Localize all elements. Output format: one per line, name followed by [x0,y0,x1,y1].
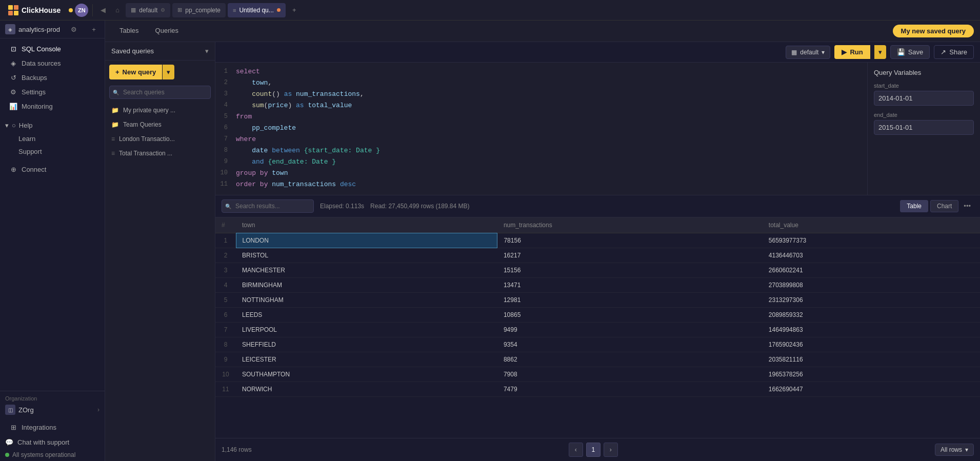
active-query-tab[interactable]: My new saved query [893,25,974,37]
table-row[interactable]: 7LIVERPOOL94991464994863 [215,323,980,337]
help-toggle[interactable]: ▾ ○ Help [5,118,99,132]
table-row[interactable]: 6LEEDS108652089859332 [215,308,980,323]
connection-indicator [69,8,73,12]
org-item[interactable]: ◫ ZOrg › [5,405,99,415]
support-label: Support [18,148,42,155]
share-btn[interactable]: ↗ Share [934,45,974,59]
list-item[interactable]: 📁 My private query ... [105,103,215,117]
table-row[interactable]: 1LONDON7815656593977373 [215,233,980,248]
end-date-input[interactable] [874,120,974,135]
saved-queries-panel: Saved queries ▾ + New query ▾ [105,42,215,461]
list-item[interactable]: ≡ Total Transaction ... [105,146,215,161]
table-row[interactable]: 11NORWICH74791662690447 [215,382,980,397]
tab-query-icon: ≡ [233,7,236,13]
sidebar-item-connect[interactable]: ⊕ Connect [4,162,101,176]
table-row[interactable]: 2BRISTOL162174136446703 [215,248,980,263]
logo-icon [8,5,18,15]
workspace-icon: ◈ [5,24,15,34]
cell-num-transactions: 9499 [497,323,763,337]
org-icon: ◫ [5,405,15,415]
prev-page-btn[interactable]: ‹ [569,443,583,457]
table-row[interactable]: 4BIRMINGHAM134712703899808 [215,278,980,293]
sidebar-item-backups[interactable]: ↺ Backups [4,70,101,85]
cell-town: MANCHESTER [236,263,497,278]
database-selector[interactable]: ▦ default ▾ [786,46,830,59]
view-table-btn[interactable]: Table [900,200,928,212]
db-icon: ▦ [791,49,797,56]
status-indicator: All systems operational [0,449,105,461]
table-view-label: Table [907,203,922,210]
search-queries-input[interactable] [109,86,211,99]
run-btn[interactable]: ▶ Run [834,45,870,59]
table-row[interactable]: 10SOUTHAMPTON79081965378256 [215,367,980,382]
sidebar-item-data-sources[interactable]: ◈ Data sources [4,56,101,70]
code-line: 5from [215,112,867,123]
workspace-add-btn[interactable]: + [88,24,99,35]
add-tab-btn[interactable]: + [288,4,301,17]
line-number: 7 [215,134,234,143]
sidebar-item-integrations[interactable]: ⊞ Integrations [4,420,101,434]
cell-total-value: 1765902436 [763,337,980,352]
line-code: from [234,112,867,122]
line-code: group by town [234,168,867,178]
tab-default[interactable]: ▦ default ⚙ [126,3,170,17]
table-row[interactable]: 3MANCHESTER151562660602241 [215,263,980,278]
saved-queries-toggle-icon[interactable]: ▾ [205,47,209,55]
search-queries-wrap [105,84,215,103]
user-avatar[interactable]: ZN [75,4,88,17]
results-table: # town num_transactions total_value 1LON… [215,217,980,397]
variables-panel: Query Variables start_date end_date [867,63,980,195]
table-row[interactable]: 9LEICESTER88622035821116 [215,352,980,367]
col-num-transactions: num_transactions [497,217,763,233]
workspace-options-btn[interactable]: ⚙ [68,24,79,35]
next-page-btn[interactable]: › [604,443,618,457]
sidebar-item-monitoring[interactable]: 📊 Monitoring [4,99,101,113]
cell-total-value: 1464994863 [763,323,980,337]
workspace-header: ◈ analytics-prod ⚙ + [0,21,105,38]
elapsed-label: Elapsed: 0.113s [320,203,364,210]
sidebar-item-support[interactable]: Support [18,145,99,158]
tab-queries[interactable]: Queries [147,23,187,39]
connect-icon: ⊕ [9,165,17,173]
rows-per-page-select[interactable]: All rows ▾ [935,444,974,456]
query-item-label: My private query ... [123,107,175,114]
start-date-input[interactable] [874,91,974,106]
cell-town: BRISTOL [236,248,497,263]
cell-row-num: 10 [215,367,236,382]
sidebar-item-learn[interactable]: Learn [18,132,99,145]
tab-untitled[interactable]: ≡ Untitled qu... [228,3,286,17]
content-area: Tables Queries My new saved query Saved … [105,21,980,461]
monitoring-label: Monitoring [22,103,53,110]
table-row[interactable]: 5NOTTINGHAM129812313297306 [215,293,980,308]
home-btn[interactable]: ⌂ [111,4,124,16]
cell-num-transactions: 7479 [497,382,763,397]
query-icon: ≡ [111,135,115,143]
cell-town: LONDON [236,233,497,248]
table-row[interactable]: 8SHEFFIELD93541765902436 [215,337,980,352]
view-more-btn[interactable]: ••• [961,200,974,212]
tab-pp-complete[interactable]: ⊞ pp_complete [172,3,226,17]
line-code: town, [234,78,867,88]
sidebar-item-settings[interactable]: ⚙ Settings [4,85,101,99]
results-header: Elapsed: 0.113s Read: 27,450,499 rows (1… [215,195,980,217]
line-number: 3 [215,89,234,97]
list-item[interactable]: ≡ London Transactio... [105,132,215,146]
sidebar-item-sql-console[interactable]: ⊡ SQL Console [4,42,101,56]
cell-total-value: 2313297306 [763,293,980,308]
code-editor[interactable]: 1select2 town,3 count() as num_transacti… [215,63,867,195]
save-btn[interactable]: 💾 Save [890,45,930,59]
search-results-input[interactable] [222,199,314,213]
run-arrow-btn[interactable]: ▾ [874,45,886,59]
line-number: 9 [215,157,234,165]
cell-town: SHEFFIELD [236,337,497,352]
new-query-btn[interactable]: + New query [109,65,162,79]
variable-end-date: end_date [874,112,974,141]
new-query-arrow-btn[interactable]: ▾ [163,65,174,79]
nav-back-btn[interactable]: ◀ [97,4,109,16]
line-number: 2 [215,78,234,86]
view-chart-btn[interactable]: Chart [930,200,958,212]
chat-support-link[interactable]: 💬 Chat with support [0,435,105,449]
code-line: 10group by town [215,168,867,179]
list-item[interactable]: 📁 Team Queries [105,117,215,132]
tab-tables[interactable]: Tables [111,23,147,39]
